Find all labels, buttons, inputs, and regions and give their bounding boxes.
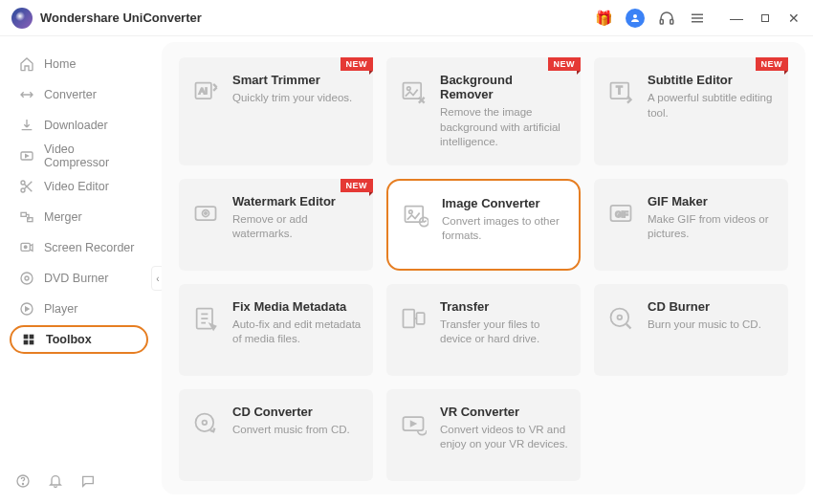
card-title: GIF Maker bbox=[648, 194, 777, 208]
toolbox-icon bbox=[21, 332, 36, 347]
compressor-icon bbox=[19, 148, 34, 164]
sidebar-item-label: Video Editor bbox=[44, 180, 109, 193]
bell-icon[interactable] bbox=[48, 473, 63, 489]
svg-point-9 bbox=[21, 188, 25, 192]
tool-card-vr-converter[interactable]: VR ConverterConvert videos to VR and enj… bbox=[386, 389, 581, 481]
card-title: Transfer bbox=[440, 299, 569, 314]
tool-card-gif-maker[interactable]: GIFGIF MakerMake GIF from videos or pict… bbox=[594, 179, 788, 271]
card-title: VR Converter bbox=[440, 405, 569, 419]
merger-icon bbox=[19, 209, 34, 225]
card-icon bbox=[402, 202, 428, 229]
card-desc: Make GIF from videos or pictures. bbox=[648, 212, 777, 242]
sidebar-item-toolbox[interactable]: Toolbox bbox=[10, 325, 148, 354]
sidebar-item-dvd[interactable]: DVD Burner bbox=[10, 264, 148, 293]
card-icon bbox=[192, 200, 219, 227]
svg-point-15 bbox=[25, 276, 29, 280]
home-icon bbox=[19, 56, 34, 72]
sidebar-item-label: Merger bbox=[44, 210, 82, 224]
new-badge: NEW bbox=[341, 57, 374, 71]
new-badge: NEW bbox=[756, 57, 789, 71]
help-icon[interactable] bbox=[15, 473, 31, 489]
recorder-icon bbox=[19, 240, 34, 255]
scissors-icon bbox=[19, 179, 34, 194]
card-icon: AI bbox=[192, 78, 219, 105]
feedback-icon[interactable] bbox=[80, 473, 96, 489]
sidebar-item-converter[interactable]: Converter bbox=[10, 80, 148, 109]
card-icon bbox=[192, 410, 219, 437]
card-icon bbox=[607, 305, 634, 332]
sidebar-item-label: Converter bbox=[44, 88, 97, 101]
card-desc: Transfer your files to device or hard dr… bbox=[440, 318, 569, 347]
card-title: Background Remover bbox=[440, 73, 569, 101]
svg-rect-1 bbox=[660, 19, 663, 24]
svg-point-26 bbox=[407, 87, 411, 91]
sidebar-item-player[interactable]: Player bbox=[10, 295, 148, 323]
card-desc: Quickly trim your videos. bbox=[232, 91, 352, 106]
tool-card-subtitle-editor[interactable]: NEWTSubtitle EditorA powerful subtitle e… bbox=[594, 57, 788, 165]
sidebar-item-label: Screen Recorder bbox=[44, 241, 135, 254]
svg-rect-10 bbox=[21, 212, 26, 216]
card-icon bbox=[192, 305, 219, 332]
converter-icon bbox=[19, 87, 34, 102]
card-title: CD Converter bbox=[232, 405, 350, 419]
sidebar-item-merger[interactable]: Merger bbox=[10, 203, 148, 231]
sidebar-item-home[interactable]: Home bbox=[10, 50, 148, 78]
close-button[interactable]: ✕ bbox=[786, 11, 802, 26]
minimize-button[interactable]: — bbox=[729, 11, 744, 26]
sidebar-item-recorder[interactable]: Screen Recorder bbox=[10, 233, 148, 262]
main-content: NEWAISmart TrimmerQuickly trim your vide… bbox=[162, 42, 805, 494]
svg-rect-37 bbox=[404, 309, 415, 327]
sidebar-item-compressor[interactable]: Video Compressor bbox=[10, 142, 148, 170]
svg-point-31 bbox=[205, 211, 207, 213]
svg-text:T: T bbox=[616, 84, 623, 96]
sidebar-item-editor[interactable]: Video Editor bbox=[10, 172, 148, 201]
tool-card-cd-converter[interactable]: CD ConverterConvert music from CD. bbox=[179, 389, 373, 481]
tool-card-transfer[interactable]: TransferTransfer your files to device or… bbox=[386, 284, 581, 376]
app-title: Wondershare UniConverter bbox=[40, 11, 202, 25]
svg-point-22 bbox=[22, 483, 23, 484]
card-title: Image Converter bbox=[442, 196, 567, 210]
download-icon bbox=[19, 118, 34, 133]
gift-icon[interactable]: 🎁 bbox=[595, 10, 612, 27]
card-title: Subtitle Editor bbox=[648, 73, 777, 87]
svg-rect-38 bbox=[417, 313, 425, 324]
svg-rect-17 bbox=[24, 335, 29, 340]
tool-card-watermark-editor[interactable]: NEWWatermark EditorRemove or add waterma… bbox=[179, 179, 373, 271]
svg-rect-18 bbox=[30, 335, 34, 340]
card-title: CD Burner bbox=[648, 299, 761, 314]
card-icon: T bbox=[607, 78, 634, 105]
tool-card-fix-media-metadata[interactable]: Fix Media MetadataAuto-fix and edit meta… bbox=[179, 284, 373, 376]
tool-card-smart-trimmer[interactable]: NEWAISmart TrimmerQuickly trim your vide… bbox=[179, 57, 373, 165]
svg-rect-20 bbox=[30, 340, 34, 345]
svg-point-41 bbox=[196, 413, 214, 431]
card-icon bbox=[400, 78, 427, 105]
card-desc: Remove or add watermarks. bbox=[232, 212, 362, 242]
headset-icon[interactable] bbox=[658, 10, 675, 27]
tool-card-background-remover[interactable]: NEWBackground RemoverRemove the image ba… bbox=[386, 57, 581, 165]
svg-text:AI: AI bbox=[199, 86, 208, 96]
play-icon bbox=[19, 301, 34, 317]
svg-rect-19 bbox=[24, 340, 29, 345]
new-badge: NEW bbox=[341, 179, 374, 192]
maximize-button[interactable] bbox=[758, 11, 773, 26]
card-desc: Auto-fix and edit metadata of media file… bbox=[232, 318, 362, 347]
sidebar-item-label: DVD Burner bbox=[44, 272, 108, 285]
sidebar-item-label: Toolbox bbox=[46, 333, 92, 346]
tool-card-image-converter[interactable]: Image ConverterConvert images to other f… bbox=[386, 179, 581, 271]
menu-icon[interactable] bbox=[689, 10, 706, 27]
svg-point-8 bbox=[21, 181, 25, 185]
sidebar: Home Converter Downloader Video Compress… bbox=[0, 36, 158, 504]
tool-card-cd-burner[interactable]: CD BurnerBurn your music to CD. bbox=[594, 284, 788, 376]
sidebar-item-label: Video Compressor bbox=[44, 142, 139, 169]
sidebar-item-downloader[interactable]: Downloader bbox=[10, 111, 148, 140]
svg-point-40 bbox=[618, 315, 623, 319]
card-icon bbox=[400, 305, 427, 332]
svg-point-39 bbox=[611, 308, 629, 326]
svg-point-13 bbox=[24, 246, 27, 249]
card-desc: Remove the image background with artific… bbox=[440, 105, 569, 150]
user-avatar[interactable] bbox=[626, 9, 645, 28]
card-title: Watermark Editor bbox=[232, 194, 362, 208]
new-badge: NEW bbox=[548, 57, 582, 71]
svg-rect-6 bbox=[762, 14, 769, 21]
card-icon bbox=[400, 410, 427, 437]
